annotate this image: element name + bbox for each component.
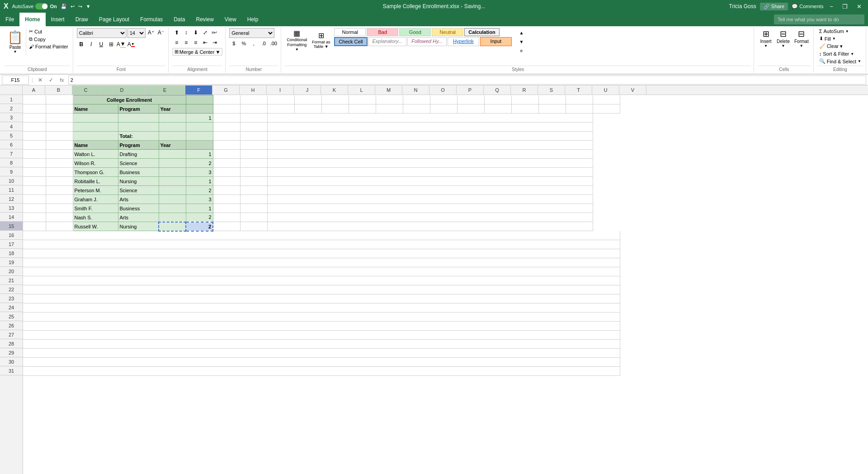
cell-d10[interactable]: Nursing xyxy=(118,177,159,186)
row-header-24[interactable]: 24 xyxy=(0,303,23,312)
row-header-19[interactable]: 19 xyxy=(0,258,23,267)
cell-f14[interactable]: 2 xyxy=(186,213,213,222)
row-header-6[interactable]: 6 xyxy=(0,140,23,149)
tab-home[interactable]: Home xyxy=(19,13,45,26)
style-good[interactable]: Good xyxy=(399,28,431,36)
comments-button[interactable]: 💬 Comments xyxy=(792,4,823,9)
format-painter-button[interactable]: 🖌 Format Painter xyxy=(27,43,70,50)
style-calculation[interactable]: Calculation xyxy=(464,28,499,36)
comma-button[interactable]: , xyxy=(249,39,258,48)
merge-center-button[interactable]: ⊞ Merge & Center ▼ xyxy=(172,48,223,56)
decrease-font-button[interactable]: A⁻ xyxy=(156,28,165,37)
col-header-v[interactable]: V xyxy=(619,85,646,95)
cancel-formula-button[interactable]: ✕ xyxy=(36,76,45,85)
autosum-button[interactable]: Σ AutoSum ▼ xyxy=(817,28,863,34)
col-header-b[interactable]: B xyxy=(45,85,72,95)
formula-input[interactable] xyxy=(68,76,866,85)
cell-h1[interactable] xyxy=(240,95,267,104)
col-header-a[interactable]: A xyxy=(23,85,45,95)
cell-e7[interactable] xyxy=(159,150,186,159)
style-check-cell[interactable]: Check Cell xyxy=(334,37,367,46)
cell-b2[interactable] xyxy=(46,104,73,114)
cell-s1[interactable] xyxy=(538,95,566,104)
cell-a7[interactable] xyxy=(23,150,46,159)
row-header-11[interactable]: 11 xyxy=(0,185,23,194)
cell-f4[interactable] xyxy=(186,123,213,132)
style-hyperlink[interactable]: Hyperlink xyxy=(448,37,479,46)
paste-button[interactable]: 📋 Paste ▼ xyxy=(5,28,26,56)
cell-a14[interactable] xyxy=(23,213,46,222)
styles-scroll-down[interactable]: ▼ xyxy=(517,37,526,46)
cell-d5[interactable]: Total: xyxy=(118,132,159,141)
row-header-13[interactable]: 13 xyxy=(0,204,23,213)
customize-icon[interactable]: ▼ xyxy=(86,4,91,9)
cell-e4[interactable] xyxy=(159,123,186,132)
cell-r2[interactable] xyxy=(511,104,538,114)
cell-f9[interactable]: 3 xyxy=(186,168,213,177)
cell-a4[interactable] xyxy=(23,123,46,132)
cell-h11[interactable] xyxy=(240,186,267,195)
col-header-e[interactable]: E xyxy=(145,85,185,95)
row-header-25[interactable]: 25 xyxy=(0,312,23,321)
cell-i1[interactable] xyxy=(267,95,294,104)
cell-c11[interactable]: Peterson M. xyxy=(73,186,118,195)
col-header-p[interactable]: P xyxy=(457,85,484,95)
row-header-1[interactable]: 1 xyxy=(0,95,23,104)
find-select-button[interactable]: 🔍 Find & Select ▼ xyxy=(817,58,863,65)
cell-n2[interactable] xyxy=(403,104,430,114)
cell-b10[interactable] xyxy=(46,177,73,186)
style-followed-hyperlink[interactable]: Followed Hy... xyxy=(407,37,447,46)
cell-e11[interactable] xyxy=(159,186,186,195)
cell-g15[interactable] xyxy=(213,222,240,231)
cell-g1[interactable] xyxy=(213,95,240,104)
cell-f11[interactable]: 2 xyxy=(186,186,213,195)
row-header-9[interactable]: 9 xyxy=(0,167,23,176)
cell-g9[interactable] xyxy=(213,168,240,177)
col-header-n[interactable]: N xyxy=(402,85,429,95)
row-header-7[interactable]: 7 xyxy=(0,149,23,158)
cell-c3[interactable] xyxy=(73,114,118,123)
format-button[interactable]: ⊟ Format ▼ xyxy=(793,28,811,49)
clear-button[interactable]: 🧹 Clear ▾ xyxy=(817,43,863,50)
cell-a11[interactable] xyxy=(23,186,46,195)
text-angle-button[interactable]: ⤢ xyxy=(201,28,210,37)
tab-view[interactable]: View xyxy=(219,13,242,26)
cell-l1[interactable] xyxy=(349,95,376,104)
row-header-20[interactable]: 20 xyxy=(0,267,23,276)
fill-color-button[interactable]: A▼ xyxy=(117,40,126,49)
cell-d4[interactable] xyxy=(118,123,159,132)
cell-h14[interactable] xyxy=(240,213,267,222)
cell-g2[interactable] xyxy=(213,104,240,114)
cell-e10[interactable] xyxy=(159,177,186,186)
cell-e8[interactable] xyxy=(159,159,186,168)
cell-b8[interactable] xyxy=(46,159,73,168)
save-icon[interactable]: 💾 xyxy=(61,4,67,9)
border-button[interactable]: ⊞ xyxy=(107,40,116,49)
font-family-select[interactable]: Calibri xyxy=(77,28,127,38)
bold-button[interactable]: B xyxy=(77,40,86,49)
cell-p1[interactable] xyxy=(457,95,484,104)
undo-icon[interactable]: ↩ xyxy=(71,4,75,9)
cell-t2[interactable] xyxy=(566,104,593,114)
cell-e15[interactable] xyxy=(159,222,186,231)
cell-b9[interactable] xyxy=(46,168,73,177)
format-as-table-button[interactable]: ⊞ Format asTable ▼ xyxy=(310,28,332,52)
insert-function-button[interactable]: fx xyxy=(57,76,66,85)
cell-f3[interactable]: 1 xyxy=(186,114,213,123)
fill-button[interactable]: ⬇ Fill ▼ xyxy=(817,35,863,42)
cell-c1[interactable]: College Enrollment xyxy=(73,95,186,104)
row-header-26[interactable]: 26 xyxy=(0,321,23,330)
cell-d15[interactable]: Nursing xyxy=(118,222,159,231)
style-neutral[interactable]: Neutral xyxy=(432,28,463,36)
cell-b12[interactable] xyxy=(46,195,73,204)
cell-h9[interactable] xyxy=(240,168,267,177)
cell-g4[interactable] xyxy=(213,123,240,132)
cell-reference-box[interactable] xyxy=(2,76,29,85)
cell-c2[interactable]: Name xyxy=(73,104,118,114)
share-button[interactable]: 🔗 Share xyxy=(760,3,788,10)
number-format-select[interactable]: General xyxy=(229,28,274,38)
cell-c15[interactable]: Russell W. xyxy=(73,222,118,231)
cell-e6[interactable]: Year xyxy=(159,141,186,150)
cell-d3[interactable] xyxy=(118,114,159,123)
cell-b1[interactable] xyxy=(46,95,73,104)
